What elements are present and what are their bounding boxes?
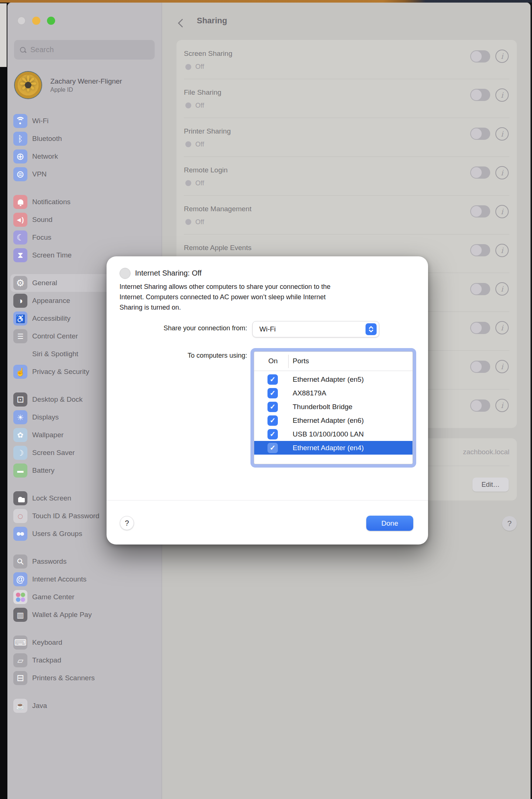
ports-rows: ✓Ethernet Adapter (en5)✓AX88179A✓Thunder… (254, 371, 413, 455)
info-icon[interactable]: i (495, 88, 509, 102)
info-icon[interactable]: i (495, 50, 509, 63)
sidebar-item-label: Wi-Fi (32, 117, 48, 125)
status-text: Off (195, 141, 204, 148)
background-help-button[interactable]: ? (502, 516, 517, 531)
sidebar-item-game-center[interactable]: Game Center (10, 588, 159, 606)
apple-id-profile[interactable]: Zachary Wener-Fligner Apple ID (14, 71, 122, 99)
toggle-switch[interactable] (470, 322, 490, 334)
port-row-ethernet-adapter-en5-[interactable]: ✓Ethernet Adapter (en5) (254, 372, 413, 386)
toggle-switch[interactable] (470, 50, 490, 63)
search-input[interactable]: Search (14, 40, 155, 60)
sidebar-item-internet-accounts[interactable]: Internet Accounts (10, 570, 159, 588)
port-row-ax88179a[interactable]: ✓AX88179A (254, 386, 413, 400)
status-text: Off (195, 218, 204, 226)
flower-icon (13, 428, 27, 442)
search-placeholder: Search (30, 45, 54, 54)
done-button[interactable]: Done (366, 516, 413, 531)
checkbox-checked-icon[interactable]: ✓ (267, 402, 278, 412)
ports-table: On Ports ✓Ethernet Adapter (en5)✓AX88179… (254, 351, 413, 464)
sharing-row-controls: i (470, 399, 509, 412)
column-header-ports: Ports (293, 357, 309, 365)
sidebar-item-label: Internet Accounts (32, 575, 87, 583)
sharing-row-controls: i (470, 244, 509, 257)
speaker-icon (13, 213, 27, 227)
info-icon[interactable]: i (495, 282, 509, 296)
toggle-switch[interactable] (470, 361, 490, 373)
zoom-button[interactable] (47, 17, 55, 25)
background-window-edge (0, 3, 7, 67)
back-chevron-icon[interactable] (176, 18, 187, 29)
toggle-switch[interactable] (470, 89, 490, 101)
moon-icon (13, 230, 27, 245)
sidebar-item-label: Battery (32, 466, 54, 475)
info-icon[interactable]: i (495, 399, 509, 412)
profile-name: Zachary Wener-Fligner (50, 77, 122, 86)
close-button[interactable] (17, 17, 26, 25)
sidebar-item-keyboard[interactable]: Keyboard (10, 634, 159, 651)
share-from-select[interactable]: Wi-Fi (252, 321, 379, 337)
sheet-help-button[interactable]: ? (120, 516, 134, 530)
sidebar-item-printers-scanners[interactable]: Printers & Scanners (10, 669, 159, 687)
sharing-row-controls: i (470, 282, 509, 296)
port-row-ethernet-adapter-en6-[interactable]: ✓Ethernet Adapter (en6) (254, 414, 413, 427)
sidebar-item-vpn[interactable]: VPN (10, 165, 159, 183)
sliders-icon (13, 329, 27, 343)
port-name: Ethernet Adapter (en5) (293, 375, 364, 384)
page-title: Sharing (197, 16, 227, 26)
toggle-switch[interactable] (470, 205, 490, 218)
sidebar-item-label: Sound (32, 216, 53, 224)
status-dot-icon (185, 219, 191, 225)
status-text: Off (195, 179, 204, 187)
sharing-row-controls: i (470, 360, 509, 373)
checkbox-checked-icon[interactable]: ✓ (267, 388, 278, 398)
sidebar-item-network[interactable]: Network (10, 148, 159, 165)
at-icon (13, 572, 27, 586)
sidebar-item-label: Passwords (32, 557, 67, 566)
toggle-switch[interactable] (470, 128, 490, 140)
desktop-right-edge (531, 3, 532, 799)
sheet-footer-divider (107, 500, 428, 500)
status-dot-icon (185, 102, 191, 108)
info-icon[interactable]: i (495, 244, 509, 257)
lock-icon (13, 491, 27, 505)
toggle-switch[interactable] (470, 166, 490, 179)
sidebar-item-wallet-apple-pay[interactable]: Wallet & Apple Pay (10, 606, 159, 624)
checkbox-checked-icon[interactable]: ✓ (267, 443, 278, 453)
sidebar-item-bluetooth[interactable]: Bluetooth (10, 130, 159, 148)
info-icon[interactable]: i (495, 205, 509, 218)
sharing-row-label: File Sharing (184, 88, 221, 97)
port-row-usb-10-100-1000-lan[interactable]: ✓USB 10/100/1000 LAN (254, 427, 413, 441)
info-icon[interactable]: i (495, 321, 509, 334)
checkbox-checked-icon[interactable]: ✓ (267, 374, 278, 385)
sidebar-item-notifications[interactable]: Notifications (10, 193, 159, 211)
sheet-description: Internet Sharing allows other computers … (119, 281, 412, 313)
toggle-switch[interactable] (470, 244, 490, 256)
sharing-row-status: Off (185, 179, 204, 187)
sidebar-item-focus[interactable]: Focus (10, 229, 159, 246)
sidebar-item-label: Lock Screen (32, 494, 71, 502)
sidebar-item-sound[interactable]: Sound (10, 211, 159, 229)
sidebar-item-label: Users & Groups (32, 530, 82, 538)
sidebar-item-wifi[interactable]: Wi-Fi (10, 112, 159, 130)
sharing-row-label: Printer Sharing (184, 127, 231, 135)
info-icon[interactable]: i (495, 166, 509, 179)
sharing-row-controls: i (470, 127, 509, 141)
sidebar-item-passwords[interactable]: Passwords (10, 553, 159, 570)
sidebar-item-label: Bluetooth (32, 135, 62, 143)
sidebar-item-trackpad[interactable]: Trackpad (10, 651, 159, 669)
port-row-ethernet-adapter-en4-[interactable]: ✓Ethernet Adapter (en4) (254, 441, 413, 455)
info-icon[interactable]: i (495, 360, 509, 373)
toggle-switch[interactable] (470, 400, 490, 412)
minimize-button[interactable] (32, 17, 40, 25)
port-row-thunderbolt-bridge[interactable]: ✓Thunderbolt Bridge (254, 400, 413, 414)
checkbox-checked-icon[interactable]: ✓ (267, 429, 278, 439)
info-icon[interactable]: i (495, 127, 509, 141)
sidebar-item-java[interactable]: Java (10, 697, 159, 715)
sharing-row-remote-management: Remote ManagementOffi (176, 195, 517, 234)
fingerprint-icon (13, 509, 27, 523)
sharing-row-controls: i (470, 88, 509, 102)
toggle-switch[interactable] (470, 283, 490, 295)
sharing-row-printer-sharing: Printer SharingOffi (176, 118, 517, 156)
checkbox-checked-icon[interactable]: ✓ (267, 415, 278, 426)
edit-hostname-button[interactable]: Edit… (472, 478, 509, 492)
